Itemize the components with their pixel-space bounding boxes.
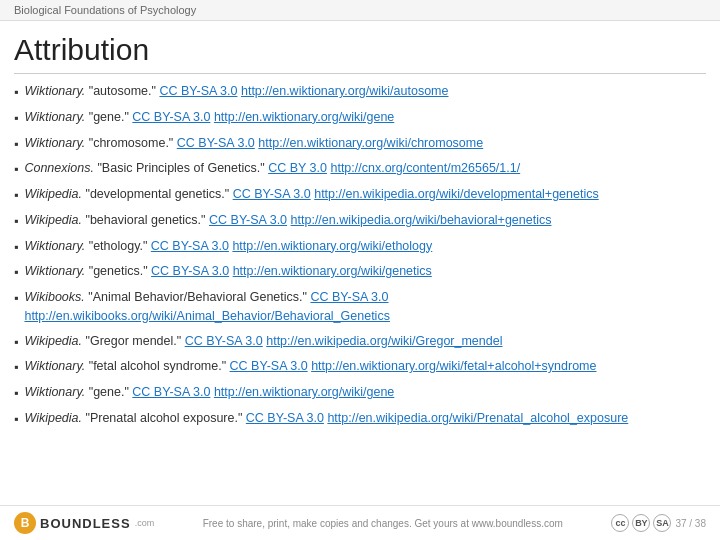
item-text: Wiktionary. "chromosome." CC BY-SA 3.0 h… <box>24 134 706 153</box>
item-text: Wikipedia. "behavioral genetics." CC BY-… <box>24 211 706 230</box>
list-item: ▪Connexions. "Basic Principles of Geneti… <box>14 159 706 179</box>
license-link[interactable]: CC BY-SA 3.0 <box>246 411 324 425</box>
license-link[interactable]: CC BY-SA 3.0 <box>159 84 237 98</box>
item-text: Wiktionary. "fetal alcohol syndrome." CC… <box>24 357 706 376</box>
list-item: ▪Wiktionary. "ethology." CC BY-SA 3.0 ht… <box>14 237 706 257</box>
source-url[interactable]: http://en.wikipedia.org/wiki/behavioral+… <box>291 213 552 227</box>
item-text: Connexions. "Basic Principles of Genetic… <box>24 159 706 178</box>
license-link[interactable]: CC BY-SA 3.0 <box>310 290 388 304</box>
bullet: ▪ <box>14 160 18 179</box>
license-link[interactable]: CC BY-SA 3.0 <box>185 334 263 348</box>
license-link[interactable]: CC BY-SA 3.0 <box>132 110 210 124</box>
license-link[interactable]: CC BY-SA 3.0 <box>132 385 210 399</box>
item-text: Wiktionary. "ethology." CC BY-SA 3.0 htt… <box>24 237 706 256</box>
list-item: ▪Wiktionary. "chromosome." CC BY-SA 3.0 … <box>14 134 706 154</box>
source-url[interactable]: http://en.wiktionary.org/wiki/autosome <box>241 84 449 98</box>
list-item: ▪Wiktionary. "gene." CC BY-SA 3.0 http:/… <box>14 383 706 403</box>
license-link[interactable]: CC BY-SA 3.0 <box>209 213 287 227</box>
license-link[interactable]: CC BY-SA 3.0 <box>151 239 229 253</box>
list-item: ▪Wikipedia. "Gregor mendel." CC BY-SA 3.… <box>14 332 706 352</box>
bullet: ▪ <box>14 333 18 352</box>
item-text: Wikipedia. "developmental genetics." CC … <box>24 185 706 204</box>
source-url[interactable]: http://en.wiktionary.org/wiki/fetal+alco… <box>311 359 596 373</box>
source-url[interactable]: http://en.wikipedia.org/wiki/Prenatal_al… <box>327 411 628 425</box>
bullet: ▪ <box>14 83 18 102</box>
brand-name: BOUNDLESS <box>40 516 131 531</box>
page-number: 37 / 38 <box>675 518 706 529</box>
boundless-logo: B BOUNDLESS .com <box>14 512 154 534</box>
license-link[interactable]: CC BY 3.0 <box>268 161 327 175</box>
page-title: Attribution <box>14 33 706 74</box>
top-bar: Biological Foundations of Psychology <box>0 0 720 21</box>
license-icons: cc BY SA <box>611 514 671 532</box>
item-text: Wiktionary. "gene." CC BY-SA 3.0 http://… <box>24 108 706 127</box>
source-url[interactable]: http://en.wiktionary.org/wiki/ethology <box>232 239 432 253</box>
bullet: ▪ <box>14 212 18 231</box>
bullet: ▪ <box>14 186 18 205</box>
item-text: Wikipedia. "Gregor mendel." CC BY-SA 3.0… <box>24 332 706 351</box>
item-text: Wikipedia. "Prenatal alcohol exposure." … <box>24 409 706 428</box>
list-item: ▪Wikipedia. "Prenatal alcohol exposure."… <box>14 409 706 429</box>
bullet: ▪ <box>14 384 18 403</box>
list-item: ▪Wikipedia. "developmental genetics." CC… <box>14 185 706 205</box>
brand-com: .com <box>135 518 155 528</box>
footer: B BOUNDLESS .com Free to share, print, m… <box>0 505 720 540</box>
bullet: ▪ <box>14 358 18 377</box>
list-item: ▪Wiktionary. "autosome." CC BY-SA 3.0 ht… <box>14 82 706 102</box>
license-link[interactable]: CC BY-SA 3.0 <box>230 359 308 373</box>
footer-tagline: Free to share, print, make copies and ch… <box>203 518 563 529</box>
source-url[interactable]: http://en.wikipedia.org/wiki/Gregor_mend… <box>266 334 502 348</box>
sa-icon: SA <box>653 514 671 532</box>
list-item: ▪Wiktionary. "gene." CC BY-SA 3.0 http:/… <box>14 108 706 128</box>
cc-icon: cc <box>611 514 629 532</box>
source-url[interactable]: http://en.wiktionary.org/wiki/gene <box>214 110 394 124</box>
license-link[interactable]: CC BY-SA 3.0 <box>233 187 311 201</box>
license-link[interactable]: CC BY-SA 3.0 <box>177 136 255 150</box>
item-text: Wiktionary. "gene." CC BY-SA 3.0 http://… <box>24 383 706 402</box>
list-item: ▪Wikibooks. "Animal Behavior/Behavioral … <box>14 288 706 326</box>
bullet: ▪ <box>14 109 18 128</box>
bullet: ▪ <box>14 289 18 308</box>
source-url[interactable]: http://en.wiktionary.org/wiki/chromosome <box>258 136 483 150</box>
source-url[interactable]: http://en.wiktionary.org/wiki/genetics <box>233 264 432 278</box>
license-link[interactable]: CC BY-SA 3.0 <box>151 264 229 278</box>
attribution-list: ▪Wiktionary. "autosome." CC BY-SA 3.0 ht… <box>14 82 706 429</box>
bullet: ▪ <box>14 135 18 154</box>
boundless-logo-icon: B <box>14 512 36 534</box>
item-text: Wiktionary. "autosome." CC BY-SA 3.0 htt… <box>24 82 706 101</box>
main-content: Attribution ▪Wiktionary. "autosome." CC … <box>0 21 720 445</box>
footer-left: B BOUNDLESS .com <box>14 512 154 534</box>
list-item: ▪Wikipedia. "behavioral genetics." CC BY… <box>14 211 706 231</box>
list-item: ▪Wiktionary. "fetal alcohol syndrome." C… <box>14 357 706 377</box>
bullet: ▪ <box>14 410 18 429</box>
by-icon: BY <box>632 514 650 532</box>
bullet: ▪ <box>14 263 18 282</box>
source-url[interactable]: http://en.wikibooks.org/wiki/Animal_Beha… <box>24 309 389 323</box>
list-item: ▪Wiktionary. "genetics." CC BY-SA 3.0 ht… <box>14 262 706 282</box>
bullet: ▪ <box>14 238 18 257</box>
source-url[interactable]: http://en.wiktionary.org/wiki/gene <box>214 385 394 399</box>
item-text: Wikibooks. "Animal Behavior/Behavioral G… <box>24 288 706 326</box>
source-url[interactable]: http://cnx.org/content/m26565/1.1/ <box>330 161 520 175</box>
course-title: Biological Foundations of Psychology <box>14 4 196 16</box>
source-url[interactable]: http://en.wikipedia.org/wiki/development… <box>314 187 599 201</box>
item-text: Wiktionary. "genetics." CC BY-SA 3.0 htt… <box>24 262 706 281</box>
